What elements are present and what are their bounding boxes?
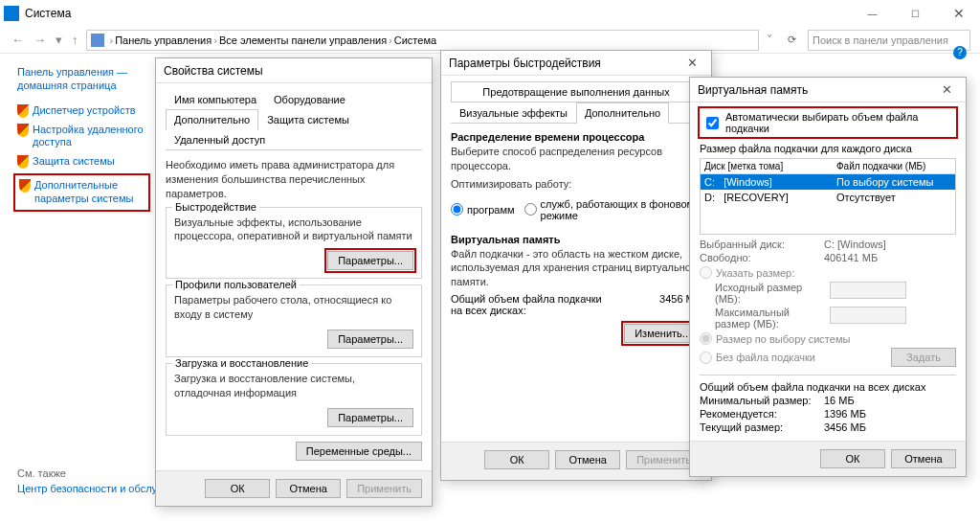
profiles-settings-button[interactable]: Параметры...: [327, 330, 413, 349]
current-size: 3456 МБ: [824, 421, 866, 433]
size-each-label: Размер файла подкачки для каждого диска: [700, 143, 956, 154]
tab-hardware[interactable]: Оборудование: [265, 89, 354, 109]
crumb-dropdown[interactable]: ˅: [765, 33, 775, 47]
close-button[interactable]: ✕: [927, 78, 966, 102]
initial-size-input: [830, 282, 906, 299]
radio-no-paging: Без файла подкачки: [700, 352, 815, 364]
sidebar-item-devmgr[interactable]: Диспетчер устройств: [17, 102, 146, 121]
shield-icon: [17, 124, 29, 137]
shield-icon: [17, 155, 29, 169]
window-title: Система: [25, 7, 71, 20]
recent-dropdown[interactable]: ▾: [54, 33, 64, 47]
forward-button[interactable]: →: [32, 33, 48, 47]
minimize-button[interactable]: —: [851, 0, 894, 27]
tab-dep[interactable]: Предотвращение выполнения данных: [451, 81, 702, 102]
maximize-button[interactable]: ☐: [894, 0, 937, 27]
disk-row-c[interactable]: C: [Windows]По выбору системы: [701, 174, 955, 190]
perfopt-cancel-button[interactable]: Отмена: [555, 450, 620, 469]
performance-settings-button[interactable]: Параметры...: [327, 251, 413, 270]
sidebar-item-protection[interactable]: Защита системы: [17, 152, 146, 171]
pc-icon: [91, 34, 104, 47]
crumb-1[interactable]: Все элементы панели управления: [219, 34, 387, 46]
radio-system-managed: Размер по выбору системы: [700, 332, 956, 345]
tab-visual[interactable]: Визуальные эффекты: [451, 102, 576, 123]
breadcrumb[interactable]: › Панель управления › Все элементы панел…: [86, 30, 760, 51]
refresh-button[interactable]: ⟳: [781, 34, 802, 46]
dialog-title: Параметры быстродействия: [441, 51, 711, 76]
tab-advanced[interactable]: Дополнительно: [576, 102, 669, 124]
selected-drive: C: [Windows]: [824, 239, 886, 250]
system-icon: [4, 6, 19, 21]
close-button[interactable]: ✕: [673, 51, 711, 76]
tab-advanced[interactable]: Дополнительно: [166, 109, 258, 130]
props-cancel-button[interactable]: Отмена: [276, 479, 341, 498]
sidebar-item-advanced[interactable]: Дополнительные параметры системы: [13, 173, 150, 212]
sched-title: Распределение времени процессора: [451, 131, 702, 143]
shield-icon: [17, 104, 29, 118]
search-input[interactable]: Поиск в панели управления: [808, 30, 970, 51]
admin-note: Необходимо иметь права администратора дл…: [166, 158, 422, 201]
set-button: Задать: [891, 348, 956, 367]
min-size: 16 МБ: [824, 395, 855, 406]
dialog-title: Свойства системы: [156, 58, 432, 83]
tab-protection[interactable]: Защита системы: [258, 109, 358, 129]
radio-programs[interactable]: программ: [451, 198, 515, 221]
sidebar-home[interactable]: Панель управления — домашняя страница: [17, 63, 146, 96]
recommended-size: 1396 МБ: [824, 408, 866, 420]
totals-title: Общий объем файла подкачки на всех диска…: [700, 381, 956, 393]
disk-list: Диск [метка тома]Файл подкачки (МБ) C: […: [700, 158, 956, 235]
crumb-0[interactable]: Панель управления: [115, 34, 212, 46]
virtual-memory-dialog: Виртуальная память ✕ Автоматически выбир…: [689, 77, 967, 477]
shield-icon: [19, 179, 31, 193]
titlebar: Система — ☐ ✕: [0, 0, 980, 27]
auto-manage-checkbox[interactable]: Автоматически выбирать объем файла подка…: [700, 108, 956, 137]
dialog-title: Виртуальная память: [690, 78, 966, 102]
env-vars-button[interactable]: Переменные среды...: [296, 442, 422, 461]
startup-group: Загрузка и восстановление Загрузка и вос…: [166, 363, 422, 436]
up-button[interactable]: ↑: [70, 33, 80, 47]
perfopt-ok-button[interactable]: ОК: [484, 450, 549, 469]
max-size-input: [830, 307, 906, 324]
props-apply-button[interactable]: Применить: [346, 479, 422, 498]
vmem-ok-button[interactable]: ОК: [820, 449, 885, 468]
crumb-2[interactable]: Система: [394, 34, 436, 46]
back-button[interactable]: ←: [10, 33, 26, 47]
radio-custom-size: Указать размер:: [700, 266, 956, 279]
system-properties-dialog: Свойства системы Имя компьютера Оборудов…: [155, 57, 433, 507]
free-space: 406141 МБ: [824, 252, 878, 263]
disk-row-d[interactable]: D: [RECOVERY]Отсутствует: [701, 190, 955, 205]
close-button[interactable]: ✕: [937, 0, 980, 27]
vm-title: Виртуальная память: [451, 234, 702, 245]
sidebar: Панель управления — домашняя страница Ди…: [0, 54, 158, 523]
props-ok-button[interactable]: ОК: [205, 479, 270, 498]
performance-options-dialog: Параметры быстродействия ✕ Предотвращени…: [440, 50, 712, 481]
profiles-group: Профили пользователей Параметры рабочего…: [166, 284, 422, 357]
sidebar-item-remote[interactable]: Настройка удаленного доступа: [17, 121, 146, 153]
startup-settings-button[interactable]: Параметры...: [327, 408, 413, 427]
radio-background[interactable]: служб, работающих в фоновом режиме: [524, 198, 702, 221]
tab-remote[interactable]: Удаленный доступ: [166, 129, 274, 149]
tab-computername[interactable]: Имя компьютера: [166, 89, 265, 109]
performance-group: Быстродействие Визуальные эффекты, испол…: [166, 207, 422, 280]
vmem-cancel-button[interactable]: Отмена: [891, 449, 956, 468]
